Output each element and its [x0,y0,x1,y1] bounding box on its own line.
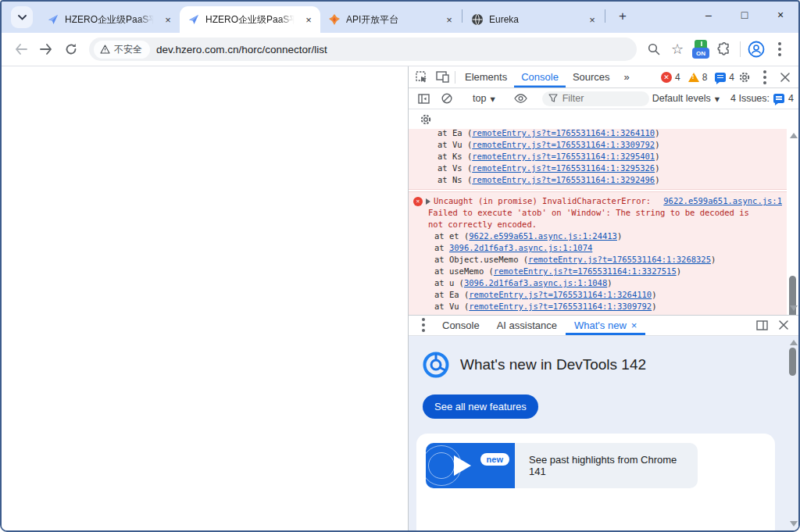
security-chip[interactable]: 不安全 [94,41,150,59]
tab-title: API开放平台 [346,13,437,27]
split-panel-icon [756,320,768,330]
device-toolbar-button[interactable] [432,68,452,87]
highlight-item[interactable]: new See past highlights from Chrome 141 [426,443,698,488]
console-output[interactable]: at Ea (remoteEntry.js?t=1765531164:1:326… [409,129,798,315]
stack-frame-suffix: ) [652,290,656,299]
scroll-up-icon[interactable] [790,133,798,138]
avatar-icon [748,41,765,58]
devtools-menu-button[interactable] [755,68,775,87]
dropdown-arrow-icon: ▾ [715,93,720,105]
live-expression-button[interactable] [511,89,531,108]
eye-icon [514,94,527,103]
tab-eureka[interactable]: Eureka × [463,6,604,33]
devtools-settings-button[interactable] [734,68,755,87]
extensions-button[interactable] [713,38,735,60]
console-sidebar-toggle-button[interactable] [413,89,434,108]
tab-api-platform[interactable]: API开放平台 × [320,6,461,33]
drawer-tab-close-icon[interactable]: × [631,320,638,331]
close-window-button[interactable]: × [762,2,798,33]
tab-hzero-1[interactable]: HZERO企业级PaaS平台 × [39,6,180,33]
stack-frame-link[interactable]: remoteEntry.js?t=1765531164:1:3295401 [472,152,655,161]
more-tabs-button[interactable]: » [617,66,637,87]
drawer-close-button[interactable] [773,316,794,334]
maximize-button[interactable]: □ [727,2,762,33]
stack-frame-link[interactable]: remoteEntry.js?t=1765531164:1:3309792 [472,140,655,149]
drawer-tab-whats-new[interactable]: What's new × [566,316,645,335]
tab-search-button[interactable] [11,6,33,28]
expand-triangle-icon[interactable] [426,198,430,205]
tab-close-icon[interactable]: × [302,12,316,27]
log-levels-selector[interactable]: Default levels ▾ [652,93,720,105]
issues-counter[interactable]: 4 Issues: 4 [730,93,795,104]
stack-frame-link[interactable]: remoteEntry.js?t=1765531164:1:3268325 [528,255,711,264]
url-text: dev.hzero.com.cn/horc/connector/list [156,44,327,55]
tab-close-icon[interactable]: × [161,12,175,27]
stack-frame-link[interactable]: remoteEntry.js?t=1765531164:1:3264110 [472,129,655,137]
bookmark-button[interactable]: ☆ [666,38,688,60]
puzzle-icon [717,42,731,56]
browser-menu-button[interactable] [769,38,791,60]
stack-frame-link[interactable]: remoteEntry.js?t=1765531164:1:3295326 [472,163,655,173]
drawer-split-view-button[interactable] [752,316,772,334]
scroll-down-icon[interactable] [790,521,798,527]
console-toolbar: top ▾ Default levels ▾ 4 Iss [409,88,798,109]
stack-frame-link[interactable]: 3096.2d1f6af3.async.js:1:1048 [464,278,607,287]
browser-toolbar: 不安全 dev.hzero.com.cn/horc/connector/list… [2,33,798,66]
drawer-scrollbar[interactable] [788,337,798,530]
back-button[interactable] [9,37,33,61]
warning-badge-icon[interactable] [688,73,699,82]
hzero-favicon-icon [188,13,200,26]
inspect-element-button[interactable] [412,68,432,87]
scroll-down-icon[interactable] [790,305,798,311]
ban-icon [441,93,452,104]
decorative-ring [428,452,455,479]
stack-frame-suffix: ) [655,175,659,184]
see-all-new-features-button[interactable]: See all new features [423,395,538,419]
stack-frame-link[interactable]: remoteEntry.js?t=1765531164:1:3295401 [469,313,652,315]
drawer-right-controls [752,316,794,334]
zoom-button[interactable] [643,38,665,60]
profile-button[interactable] [745,38,767,60]
scroll-up-icon[interactable] [790,340,798,345]
clear-console-button[interactable] [437,89,457,108]
tab-elements[interactable]: Elements [458,66,514,87]
scrollbar-thumb[interactable] [789,348,796,376]
stack-frame-link[interactable]: remoteEntry.js?t=1765531164:1:3309792 [469,302,652,311]
error-source-link[interactable]: 9622.e599a651.async.js:1 [663,195,782,207]
tab-sources[interactable]: Sources [566,66,617,87]
tab-close-icon[interactable]: × [585,12,599,27]
stack-frame-link[interactable]: remoteEntry.js?t=1765531164:1:3292496 [472,175,655,184]
context-selector[interactable]: top ▾ [468,93,500,105]
proxy-extension-button[interactable]: ON [690,38,712,60]
stack-frame-prefix: at useMemo ( [434,266,494,276]
stack-frame-link[interactable]: remoteEntry.js?t=1765531164:1:3264110 [469,290,652,299]
devtools-tabbar: Elements Console Sources » ✕ 4 8 4 [409,66,798,88]
video-thumbnail[interactable]: new [426,443,515,488]
drawer-tabbar: Console AI assistance What's new × [409,315,798,336]
new-tab-button[interactable]: + [612,6,633,27]
reload-button[interactable] [59,37,83,61]
console-settings-button[interactable] [416,110,436,129]
magnifier-icon [648,43,660,55]
drawer-menu-button[interactable] [413,316,434,334]
forward-button[interactable] [34,37,58,61]
stack-frame-link[interactable]: remoteEntry.js?t=1765531164:1:3327515 [494,266,677,276]
tab-hzero-2-active[interactable]: HZERO企业级PaaS平台 × [180,6,320,33]
error-badge-icon[interactable]: ✕ [661,72,672,83]
drawer-tab-console[interactable]: Console [434,316,488,335]
console-scrollbar[interactable] [788,130,798,314]
drawer-tab-ai-assistance[interactable]: AI assistance [488,316,566,335]
stack-frame: at Ns (remoteEntry.js?t=1765531164:1:329… [413,174,782,186]
stack-frame: at useMemo (remoteEntry.js?t=1765531164:… [413,266,782,277]
stack-frame-link[interactable]: 3096.2d1f6af3.async.js:1:1074 [449,243,592,252]
minimize-button[interactable]: – [691,2,727,33]
tab-console[interactable]: Console [514,66,566,87]
extension-on-icon: ON [691,40,710,59]
drawer-tab-label: What's new [574,320,627,331]
tab-close-icon[interactable]: × [442,12,456,27]
filter-input[interactable] [542,91,649,106]
address-bar[interactable]: 不安全 dev.hzero.com.cn/horc/connector/list [89,37,637,61]
issues-badge-icon[interactable] [715,73,726,82]
devtools-close-button[interactable] [775,68,795,87]
stack-frame-link[interactable]: 9622.e599a651.async.js:1:24413 [469,231,617,241]
